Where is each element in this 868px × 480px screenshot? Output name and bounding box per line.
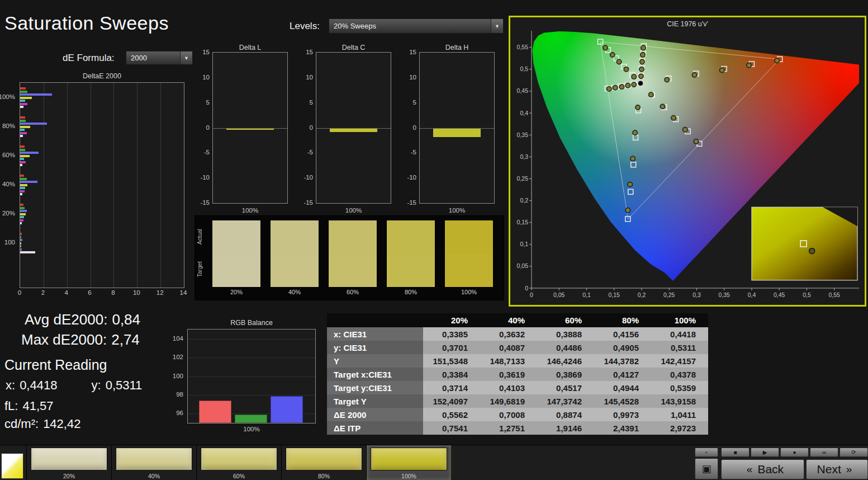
delta-y-tick: -15 [302,199,313,206]
deltae-bar-white [20,164,22,166]
patch-button-80%[interactable]: 80% [281,445,366,480]
delta-y-tick: 0 [198,124,210,131]
svg-text:0,1: 0,1 [520,241,528,247]
patch-button-40%[interactable]: 40% [111,445,196,480]
back-button[interactable]: « Back [721,459,804,479]
transport-continuous-button[interactable]: ∞ [810,448,838,457]
deltae-bar-white [20,106,23,108]
delta-chart-title: Delta L [212,44,288,51]
measured-point-cyan [619,84,624,89]
table-cell: 0,4486 [537,341,594,354]
pattern-mini-button[interactable]: ▪ [695,448,718,457]
fl-value: 41,57 [22,399,53,413]
patch-button-20%[interactable]: 20% [26,445,111,480]
table-cell: 0,4418 [651,327,708,341]
deltae-bar-magenta [20,190,25,192]
deltae-bar-blue [20,93,52,96]
target-row-label: Target [197,253,205,285]
patch-swatch [31,448,107,470]
measured-point-blue [633,130,637,135]
table-column-header: 60% [537,313,594,327]
window-square-icon: ▣ [701,463,711,475]
table-cell: 0,5562 [423,408,480,421]
current-xy-line: x:0,4418 y:0,5311 [6,378,146,393]
deltae-x-tick: 6 [85,289,95,296]
pattern-window-button[interactable]: ▣ [695,458,718,479]
deltae-bar-cyan [20,100,25,102]
bottom-bar: ▪ ▣ ■▶●∞⟳ « Back Next » 20%40%60%80%100% [0,445,868,480]
table-cell: 0,3701 [423,341,480,354]
levels-dropdown[interactable]: 20% Sweeps ▼ [329,18,504,34]
table-cell: 0,4905 [594,341,651,354]
table-cell: 0,3632 [480,327,537,341]
svg-text:0,35: 0,35 [718,291,730,298]
cie-diagram: 00,050,10,150,20,250,30,350,40,450,50,55… [510,17,865,305]
transport-play-button[interactable]: ▶ [751,448,779,457]
actual-swatch [271,220,319,254]
table-row: Target Y152,4097149,6819147,3742145,4528… [327,394,708,408]
svg-text:0,15: 0,15 [517,219,529,225]
measured-point-red [665,77,669,82]
deltae-bar-green [20,207,25,209]
rgb-balance-title: RGB Balance [187,319,316,327]
actual-swatch [387,220,435,254]
deltae-bar-magenta [20,248,22,251]
max-de-value: 2,74 [111,331,140,348]
table-cell: 0,5311 [651,341,708,354]
deltae-x-tick: 14 [178,289,188,296]
compare-swatch [212,220,261,288]
table-cell: 0,3869 [537,368,594,381]
deltae-bar-yellow [20,242,21,244]
current-reading-title: Current Reading [4,357,111,373]
transport-stop-button[interactable]: ■ [721,448,750,457]
patch-button-60%[interactable]: 60% [196,445,281,480]
deltae-bar-blue [20,210,27,212]
measured-point-yellow [641,53,645,57]
delta-y-tick: 15 [405,49,416,55]
svg-text:0,3: 0,3 [520,153,528,160]
x-label: x: [6,378,15,392]
de-formula-dropdown[interactable]: 2000 ▼ [126,51,193,65]
back-chevrons-icon: « [747,463,753,476]
deltae-y-label: 100% [0,93,15,100]
loop-icon: ⟳ [851,449,856,455]
deltae-bar-blue [20,239,22,241]
deltae-x-tick: 4 [61,289,72,296]
levels-value: 20% Sweeps [334,22,376,30]
table-cell: 146,4246 [537,354,594,368]
table-row-label: ΔE ITP [327,421,423,435]
app-root: Saturation Sweeps dE Formula: 2000 ▼ Lev… [0,0,868,480]
patch-button-100%[interactable]: 100% [366,445,451,480]
table-row: y: CIE310,37010,40870,44860,49050,5311 [327,341,708,354]
svg-text:0,25: 0,25 [663,291,675,298]
table-column-header: 80% [594,313,651,327]
transport-buttons: ■▶●∞⟳ [721,448,868,457]
svg-text:0,05: 0,05 [517,262,529,269]
rgb-gridline [188,377,315,377]
cie-panel: 00,050,10,150,20,250,30,350,40,450,50,55… [509,16,866,307]
swatch-label: 100% [444,289,494,295]
deltae-bar-red [20,204,23,206]
delta-chart-panel: Delta C151050-5-10-15100% [302,44,391,217]
actual-swatch [212,220,260,254]
table-cell: 2,9723 [651,421,708,435]
rgb-y-tick: 102 [173,354,183,360]
deltae-x-tick: 12 [155,289,165,296]
transport-loop-button[interactable]: ⟳ [839,448,868,457]
delta-value-bar [433,129,481,137]
svg-text:0,25: 0,25 [517,175,529,182]
next-button[interactable]: Next » [806,459,868,479]
rgb-y-tick: 96 [176,410,183,416]
table-cell: 1,2751 [480,421,537,435]
max-de-line: Max dE2000:2,74 [21,331,144,349]
patch-label: 40% [112,473,196,479]
transport-record-button[interactable]: ● [780,448,809,457]
delta-y-tick: 10 [198,74,210,81]
table-column-header: 40% [480,313,537,327]
target-swatch [271,254,319,288]
rgb-y-tick: 100 [173,373,183,379]
measured-point-blue [628,182,632,186]
de-formula-label: dE Formula: [63,53,115,64]
table-row: Y151,5348148,7133146,4246144,3782142,415… [327,354,708,368]
deltae-bar-blue [20,152,39,154]
